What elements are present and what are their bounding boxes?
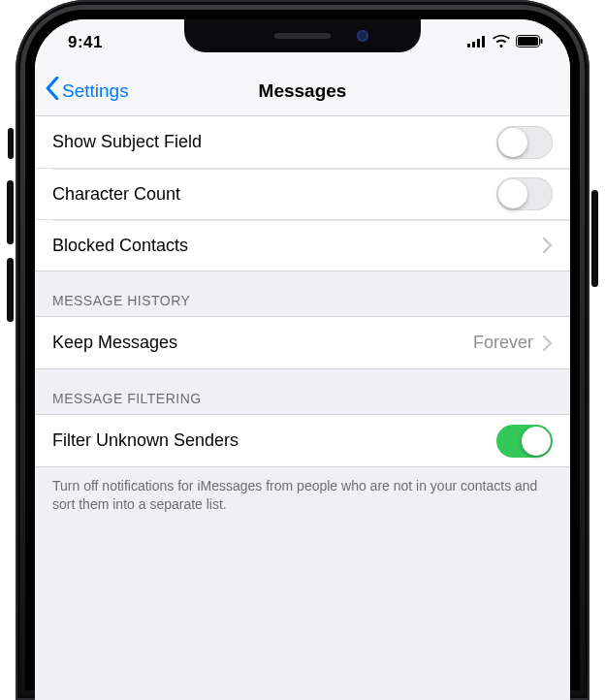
svg-rect-6: [541, 39, 543, 44]
svg-rect-1: [472, 42, 475, 48]
mute-switch: [8, 128, 14, 159]
row-value: Forever: [473, 333, 533, 353]
cellular-icon: [467, 34, 487, 51]
svg-rect-0: [467, 44, 470, 48]
section-header-filtering: MESSAGE FILTERING: [35, 369, 570, 414]
wifi-icon: [493, 34, 510, 51]
battery-icon: [516, 34, 543, 51]
status-icons: [467, 34, 543, 51]
row-label: Character Count: [52, 184, 180, 205]
svg-rect-2: [477, 39, 480, 48]
chevron-right-icon: [543, 335, 553, 351]
row-label: Filter Unknown Senders: [52, 430, 239, 451]
back-button[interactable]: Settings: [45, 66, 129, 115]
toggle-filter-unknown-senders[interactable]: [496, 425, 553, 458]
volume-up-button: [7, 180, 14, 244]
row-show-subject-field[interactable]: Show Subject Field: [35, 116, 570, 168]
row-character-count[interactable]: Character Count: [35, 168, 570, 219]
phone-frame: 9:41: [16, 0, 589, 700]
section-footer-filtering: Turn off notifications for iMessages fro…: [35, 467, 570, 529]
toggle-character-count[interactable]: [496, 177, 553, 210]
speaker-grille: [274, 33, 331, 39]
row-label: Keep Messages: [52, 333, 177, 353]
settings-group-filtering: Filter Unknown Senders: [35, 414, 570, 467]
settings-group-history: Keep Messages Forever: [35, 316, 570, 369]
status-time: 9:41: [68, 33, 103, 52]
chevron-right-icon: [543, 238, 553, 253]
screen: 9:41: [35, 19, 570, 700]
section-header-history: MESSAGE HISTORY: [35, 271, 570, 316]
row-keep-messages[interactable]: Keep Messages Forever: [35, 317, 570, 368]
settings-group-general: Show Subject Field Character Count Block…: [35, 116, 570, 271]
svg-rect-3: [482, 36, 485, 48]
front-camera: [357, 30, 368, 42]
toggle-show-subject-field[interactable]: [496, 126, 553, 159]
page-title: Messages: [259, 80, 347, 102]
nav-bar: Settings Messages: [35, 66, 570, 116]
row-blocked-contacts[interactable]: Blocked Contacts: [35, 219, 570, 270]
svg-rect-5: [518, 37, 538, 46]
back-label: Settings: [62, 80, 129, 102]
row-label: Show Subject Field: [52, 132, 202, 152]
chevron-left-icon: [45, 77, 60, 105]
row-label: Blocked Contacts: [52, 236, 188, 256]
volume-down-button: [7, 258, 14, 322]
power-button: [591, 190, 598, 287]
notch: [184, 19, 421, 52]
row-filter-unknown-senders[interactable]: Filter Unknown Senders: [35, 415, 570, 466]
